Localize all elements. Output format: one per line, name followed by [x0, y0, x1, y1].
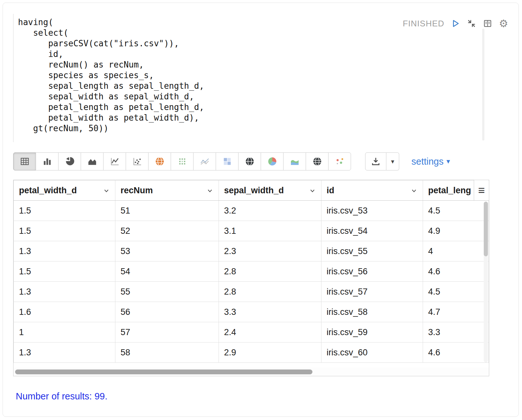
table-cell: iris.csv_60: [321, 342, 423, 363]
table-cell: 57: [115, 322, 219, 342]
visualization-toolbar: ▾ settings ▾: [13, 152, 508, 171]
collapse-icon[interactable]: [467, 19, 476, 28]
column-label: recNum: [121, 186, 153, 195]
table-cell: 52: [115, 221, 219, 241]
horizontal-scrollbar[interactable]: [14, 368, 489, 376]
caret-down-icon: ▾: [391, 158, 394, 165]
globe-2-button[interactable]: [306, 152, 328, 170]
table-chart-icon: [20, 156, 30, 167]
table-cell: 3.3: [423, 322, 489, 342]
vertical-scrollbar-thumb[interactable]: [484, 202, 488, 256]
column-header-petal_width_d[interactable]: petal_width_d: [14, 180, 115, 201]
table-row: 1.3582.9iris.csv_604.6: [14, 342, 489, 363]
horizontal-scrollbar-thumb[interactable]: [15, 370, 312, 374]
table-cell: iris.csv_54: [321, 221, 423, 241]
table-cell: 4: [423, 241, 489, 261]
table-cell: 4.5: [423, 282, 489, 302]
area-chart-button[interactable]: [81, 152, 104, 170]
pie-colored-button[interactable]: [261, 152, 284, 170]
download-split-button: ▾: [365, 152, 399, 170]
bubble-colored-button[interactable]: [328, 152, 351, 170]
download-caret-button[interactable]: ▾: [386, 152, 399, 170]
table-row: 1.6563.3iris.csv_584.7: [14, 302, 489, 322]
table-cell: iris.csv_59: [321, 322, 423, 342]
table-cell: 4.7: [423, 302, 489, 322]
chevron-down-icon[interactable]: [410, 187, 418, 194]
pie-chart-button[interactable]: [58, 152, 81, 170]
globe-button[interactable]: [238, 152, 261, 170]
table-cell: 1.5: [14, 201, 115, 221]
notebook-paragraph: having( select( parseCSV(cat("iris.csv")…: [3, 3, 519, 417]
stream-area-icon: [290, 156, 300, 167]
pie-chart-icon: [65, 156, 75, 167]
pivot-grid-button[interactable]: [216, 152, 239, 170]
book-icon[interactable]: [483, 19, 492, 28]
stream-area-button[interactable]: [283, 152, 306, 170]
table-cell: 58: [115, 342, 219, 363]
bar-chart-icon: [42, 156, 52, 167]
table-cell: 1.3: [14, 282, 115, 302]
bar-chart-button[interactable]: [36, 152, 59, 170]
table-cell: 4.9: [423, 221, 489, 241]
play-icon[interactable]: [451, 19, 460, 28]
table-cell: 2.9: [219, 342, 321, 363]
column-header-sepal_width_d[interactable]: sepal_width_d: [219, 180, 321, 201]
editor-scrollbar[interactable]: [482, 29, 484, 141]
table-cell: 53: [115, 241, 219, 261]
table-cell: 1.5: [14, 261, 115, 282]
dot-grid-button[interactable]: [171, 152, 194, 170]
settings-dropdown[interactable]: settings ▾: [411, 156, 450, 167]
table-row: 1572.4iris.csv_593.3: [14, 322, 489, 342]
table-cell: iris.csv_57: [321, 282, 423, 302]
results-count: Number of results: 99.: [16, 391, 508, 415]
vertical-scrollbar[interactable]: [484, 202, 488, 362]
table-cell: 1.3: [14, 241, 115, 261]
table-cell: 55: [115, 282, 219, 302]
scatter-chart-button[interactable]: [126, 152, 148, 170]
table-row: 1.5542.8iris.csv_564.6: [14, 261, 489, 282]
dot-grid-icon: [177, 156, 187, 167]
map-orange-button[interactable]: [148, 152, 171, 170]
table-cell: 1.3: [14, 342, 115, 363]
table-cell: 1.5: [14, 221, 115, 241]
chart-type-group: [13, 152, 351, 170]
gear-icon[interactable]: ⚙: [499, 18, 508, 29]
table-chart-button[interactable]: [13, 152, 36, 170]
area-chart-icon: [87, 156, 97, 167]
table-cell: 3.3: [219, 302, 321, 322]
table-cell: 4.5: [423, 201, 489, 221]
column-label: id: [327, 186, 334, 195]
table-cell: iris.csv_58: [321, 302, 423, 322]
map-orange-icon: [155, 156, 165, 167]
table-cell: 4.6: [423, 342, 489, 363]
column-header-recNum[interactable]: recNum: [115, 180, 219, 201]
result-table: petal_width_drecNumsepal_width_didpetal_…: [13, 180, 489, 376]
chevron-down-icon[interactable]: [206, 187, 213, 194]
table-cell: 4.6: [423, 261, 489, 282]
table-cell: iris.csv_55: [321, 241, 423, 261]
chevron-down-icon[interactable]: [309, 187, 316, 194]
table-row: 1.3552.8iris.csv_574.5: [14, 282, 489, 302]
table-cell: 2.8: [219, 282, 321, 302]
table-cell: 56: [115, 302, 219, 322]
download-button[interactable]: [365, 152, 386, 170]
chevron-down-icon[interactable]: [103, 187, 110, 194]
column-label: petal_width_d: [19, 186, 77, 195]
multi-line-button[interactable]: [193, 152, 216, 170]
table-row: 1.5523.1iris.csv_544.9: [14, 221, 489, 241]
table-body: 1.5513.2iris.csv_534.51.5523.1iris.csv_5…: [14, 201, 489, 363]
download-icon: [371, 157, 381, 166]
line-chart-icon: [110, 156, 120, 167]
table-row: 1.5513.2iris.csv_534.5: [14, 201, 489, 221]
table-row: 1.3532.3iris.csv_554: [14, 241, 489, 261]
code-editor[interactable]: having( select( parseCSV(cat("iris.csv")…: [13, 14, 482, 142]
table-cell: 2.4: [219, 322, 321, 342]
table-cell: 2.3: [219, 241, 321, 261]
column-menu-button[interactable]: ≡: [474, 180, 489, 201]
table-cell: 3.2: [219, 201, 321, 221]
status-badge: FINISHED: [403, 19, 444, 29]
settings-label: settings: [411, 156, 444, 167]
line-chart-button[interactable]: [103, 152, 126, 170]
table-cell: 2.8: [219, 261, 321, 282]
column-header-id[interactable]: id: [321, 180, 423, 201]
